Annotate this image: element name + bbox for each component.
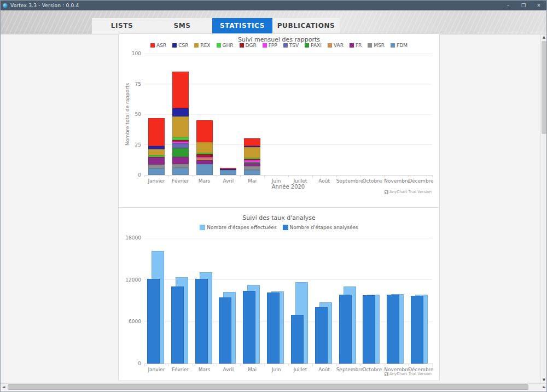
anychart-icon	[385, 190, 388, 194]
bar-segment-TSV[interactable]	[172, 143, 189, 148]
bar-segment-ASR[interactable]	[196, 120, 213, 142]
bar-analysees[interactable]	[291, 315, 304, 364]
bar-segment-CSR[interactable]	[172, 108, 189, 117]
x-tick-label: Mars	[193, 367, 217, 372]
stacked-bar-chart: 0255075100JanvierFévrierMarsAvrilMaiJuin…	[119, 34, 439, 232]
y-tick-label: 25	[118, 142, 141, 148]
title-bar: Vortex 3.3 - Version : 0.0.4 – ❒ ✕	[1, 1, 546, 10]
bar-segment-REX[interactable]	[148, 149, 165, 155]
x-tick-label: Mai	[240, 367, 264, 372]
x-tick-label: Décembre	[408, 178, 432, 184]
bar-segment-GHR[interactable]	[196, 153, 213, 154]
bar-analysees[interactable]	[411, 296, 423, 364]
bar-analysees[interactable]	[315, 307, 328, 364]
axis-tick	[336, 364, 337, 366]
vertical-scrollbar[interactable]: ▲ ▼	[540, 34, 546, 383]
bar-segment-FPP[interactable]	[244, 160, 260, 162]
axis-tick	[432, 364, 433, 366]
bar-analysees[interactable]	[363, 295, 375, 364]
axis-tick	[144, 364, 145, 366]
axis-tick	[264, 175, 265, 177]
gridline	[144, 54, 432, 54]
bar-analysees[interactable]	[219, 297, 231, 364]
bar-segment-DGR[interactable]	[244, 159, 260, 160]
scroll-up-icon[interactable]: ▲	[541, 34, 547, 40]
horizontal-scrollbar[interactable]: ◄ ►	[1, 383, 547, 390]
axis-tick	[217, 364, 217, 366]
x-tick-label: Juillet	[288, 367, 312, 372]
axis-tick	[240, 364, 241, 366]
scroll-left-icon[interactable]: ◄	[1, 384, 7, 390]
bar-segment-FDM[interactable]	[244, 170, 260, 175]
y-tick-label: 12000	[118, 277, 141, 283]
bar-segment-DGR[interactable]	[148, 157, 165, 157]
x-tick-label: Septembre	[336, 367, 360, 372]
tab-publications[interactable]: PUBLICATIONS	[272, 18, 340, 34]
minimize-icon[interactable]: –	[501, 1, 516, 10]
bar-segment-REX[interactable]	[172, 116, 189, 137]
axis-tick	[193, 175, 193, 177]
bar-segment-DGR[interactable]	[196, 154, 213, 156]
bar-segment-MSR[interactable]	[148, 165, 165, 168]
bar-segment-MSR[interactable]	[244, 166, 260, 170]
tab-statistics[interactable]: STATISTICS	[212, 18, 272, 34]
trial-watermark-label: AnyChart Trial Version	[389, 190, 432, 194]
bar-segment-PAXI[interactable]	[244, 162, 260, 163]
bar-analysees[interactable]	[387, 295, 399, 364]
bar-analysees[interactable]	[171, 286, 184, 364]
content-area: Suivi mensuel des rapports ASRCSRREXGHRD…	[1, 34, 547, 383]
bar-segment-CSR[interactable]	[148, 146, 165, 150]
axis-tick	[312, 364, 313, 366]
anychart-icon	[385, 372, 388, 376]
maximize-icon[interactable]: ❒	[516, 1, 531, 10]
tab-sms[interactable]: SMS	[152, 18, 212, 34]
tab-lists[interactable]: LISTS	[92, 18, 152, 34]
bar-analysees[interactable]	[147, 279, 160, 364]
bar-segment-GHR[interactable]	[172, 137, 189, 139]
vertical-scroll-thumb[interactable]	[542, 41, 546, 134]
scroll-right-icon[interactable]: ►	[541, 384, 547, 390]
bar-segment-FR[interactable]	[172, 157, 189, 164]
bar-segment-FDM[interactable]	[148, 168, 165, 175]
bar-segment-FDM[interactable]	[172, 168, 189, 175]
horizontal-scroll-thumb[interactable]	[8, 384, 528, 390]
bar-segment-CSR[interactable]	[244, 146, 260, 147]
bar-segment-ASR[interactable]	[220, 168, 236, 169]
bar-segment-GHR[interactable]	[148, 155, 165, 156]
axis-tick	[193, 364, 193, 366]
y-tick-label: 18000	[118, 235, 141, 241]
bar-segment-ASR[interactable]	[148, 118, 165, 146]
gridline	[144, 238, 432, 238]
bar-segment-REX[interactable]	[196, 142, 213, 153]
bar-segment-FPP[interactable]	[172, 142, 189, 143]
bar-segment-ASR[interactable]	[244, 138, 260, 145]
bar-segment-FR[interactable]	[148, 157, 165, 165]
close-icon[interactable]: ✕	[531, 1, 546, 10]
bar-segment-FR[interactable]	[244, 163, 260, 167]
y-tick-label: 75	[118, 81, 141, 87]
bar-segment-MSR[interactable]	[172, 164, 189, 168]
x-tick-label: Mars	[193, 178, 217, 184]
bar-analysees[interactable]	[243, 291, 255, 364]
axis-tick	[264, 364, 265, 366]
bar-segment-GHR[interactable]	[244, 158, 260, 159]
x-axis-title: Année 2020	[144, 184, 432, 190]
bar-segment-PAXI[interactable]	[172, 148, 189, 157]
bar-analysees[interactable]	[267, 292, 280, 364]
bar-segment-REX[interactable]	[244, 147, 260, 158]
app-icon	[3, 3, 8, 8]
bar-segment-FPP[interactable]	[196, 157, 213, 158]
bar-segment-FDM[interactable]	[220, 170, 236, 175]
axis-tick	[336, 175, 337, 177]
bar-segment-DGR[interactable]	[172, 140, 189, 142]
bar-segment-FDM[interactable]	[196, 164, 213, 175]
bar-analysees[interactable]	[339, 295, 352, 364]
bar-segment-VAR[interactable]	[196, 158, 213, 160]
scroll-down-icon[interactable]: ▼	[541, 377, 547, 383]
bar-segment-ASR[interactable]	[172, 72, 189, 108]
x-tick-label: Octobre	[360, 367, 385, 372]
bar-analysees[interactable]	[195, 279, 208, 364]
trial-watermark: AnyChart Trial Version	[385, 372, 432, 376]
bar-segment-FR[interactable]	[196, 160, 213, 164]
bar-segment-CSR[interactable]	[220, 169, 236, 170]
